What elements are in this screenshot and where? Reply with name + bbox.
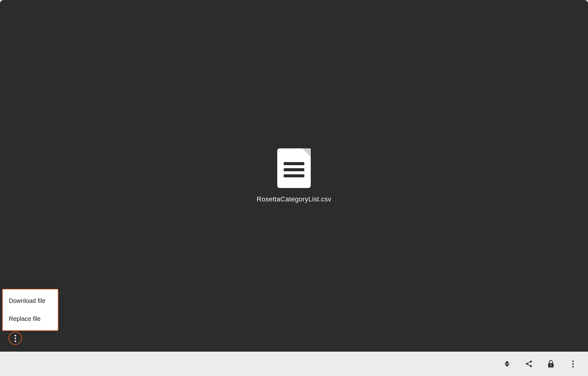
file-name-label: RosettaCategoryList.csv [257,195,331,203]
more-dot-2 [572,363,574,365]
replace-file-button[interactable]: Replace file [3,310,58,328]
lock-button[interactable] [544,357,558,371]
dot-1 [15,335,16,336]
more-options-icon [572,360,574,367]
file-line-2 [284,168,304,171]
more-options-button[interactable] [566,357,579,371]
file-preview-content: RosettaCategoryList.csv [257,148,331,203]
dot-3 [15,340,16,342]
main-container: RosettaCategoryList.csv Download file Re… [0,0,588,376]
dot-2 [15,338,16,339]
navigate-button[interactable] [500,357,514,371]
svg-line-4 [528,362,530,363]
preview-area: RosettaCategoryList.csv Download file Re… [0,0,588,352]
preview-more-button[interactable] [9,332,22,345]
chevron-up-icon [505,361,509,364]
file-icon-lines [284,159,304,177]
chevron-down-icon [505,364,509,367]
svg-line-3 [528,364,530,366]
file-line-3 [284,174,304,177]
share-button[interactable] [522,357,536,371]
share-icon [525,360,533,368]
bottom-toolbar [0,352,588,376]
chevron-updown-icon [505,361,509,367]
file-line-1 [284,162,304,165]
file-icon [277,148,311,188]
download-file-button[interactable]: Download file [3,292,58,310]
more-dot-1 [572,360,574,362]
svg-point-0 [530,360,532,363]
more-dot-3 [572,366,574,367]
svg-point-1 [526,363,528,365]
context-menu: Download file Replace file [2,289,58,331]
svg-point-2 [530,365,532,367]
lock-icon [547,360,555,368]
svg-point-6 [550,365,551,366]
